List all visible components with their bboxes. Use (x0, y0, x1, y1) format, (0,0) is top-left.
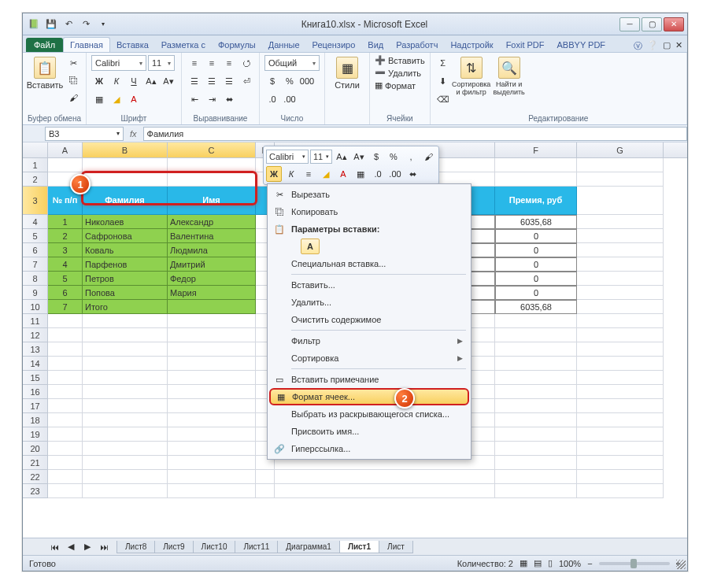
ribbon-minimize-icon[interactable]: ⓥ (634, 40, 642, 52)
context-item[interactable]: Вставить... (269, 276, 469, 294)
row-header[interactable]: 21 (23, 456, 48, 470)
mini-font-combo[interactable]: Calibri▾ (266, 150, 309, 164)
align-center-icon[interactable]: ☰ (204, 73, 220, 89)
context-item[interactable]: ✂Вырезать (269, 186, 469, 203)
number-format-combo[interactable]: Общий▾ (264, 55, 320, 71)
sheet-nav-first-icon[interactable]: ⏮ (46, 539, 62, 555)
cell[interactable] (83, 442, 168, 456)
qat-more-icon[interactable]: ▾ (95, 17, 111, 31)
cell[interactable] (577, 456, 664, 470)
close-button[interactable]: ✕ (664, 17, 684, 31)
row-header[interactable]: 17 (23, 399, 48, 413)
mini-align-icon[interactable]: ≡ (301, 166, 316, 182)
bold-button[interactable]: Ж (91, 73, 107, 89)
row-header[interactable]: 15 (23, 371, 48, 385)
cell[interactable] (577, 328, 664, 342)
col-header-a[interactable]: A (48, 142, 83, 157)
context-item[interactable]: ▭Вставить примечание (269, 371, 469, 388)
font-color-icon[interactable]: A (126, 91, 142, 107)
cell-num[interactable]: 2 (48, 229, 83, 243)
cell[interactable] (495, 371, 577, 385)
cell-num[interactable]: 6 (48, 286, 83, 300)
tab-review[interactable]: Рецензиро (306, 38, 362, 52)
row-header[interactable]: 7 (23, 257, 48, 272)
cell-bonus[interactable]: 0 (495, 257, 577, 272)
cell-bonus[interactable]: 0 (495, 243, 577, 257)
doc-restore-icon[interactable]: ▢ (663, 40, 671, 52)
context-item[interactable]: ▦Формат ячеек... (269, 388, 469, 405)
cell[interactable] (168, 371, 256, 385)
sheet-nav-last-icon[interactable]: ⏭ (96, 539, 112, 555)
cell[interactable] (495, 442, 577, 456)
cell[interactable] (577, 371, 664, 385)
cell[interactable] (83, 342, 168, 357)
cell[interactable] (168, 427, 256, 442)
merge-icon[interactable]: ⬌ (221, 91, 237, 107)
cell[interactable] (495, 456, 577, 470)
cell-lastname[interactable]: Коваль (83, 243, 168, 257)
context-item[interactable]: ⿻Копировать (269, 203, 469, 220)
cut-icon[interactable]: ✂ (65, 55, 81, 71)
sheet-tab[interactable]: Лист (379, 541, 413, 553)
cell[interactable] (495, 357, 577, 371)
cell[interactable] (495, 342, 577, 357)
percent-icon[interactable]: % (282, 73, 298, 89)
align-left-icon[interactable]: ☰ (187, 73, 202, 89)
cell[interactable] (168, 413, 256, 427)
cell[interactable] (168, 172, 256, 187)
sheet-tab[interactable]: Диаграмма1 (277, 541, 340, 553)
row-header[interactable]: 4 (23, 215, 48, 229)
format-painter-icon[interactable]: 🖌 (65, 90, 81, 105)
cell-num[interactable]: 7 (48, 300, 83, 314)
row-header[interactable]: 11 (23, 314, 48, 328)
cell[interactable] (168, 342, 256, 357)
cell-firstname[interactable]: Федор (168, 272, 256, 286)
select-all-corner[interactable] (23, 142, 48, 157)
mini-fontcolor-icon[interactable]: A (335, 166, 351, 182)
cell[interactable] (48, 413, 83, 427)
col-header-b[interactable]: B (83, 142, 168, 157)
cell[interactable] (495, 399, 577, 413)
cell[interactable] (577, 314, 664, 328)
mini-size-combo[interactable]: 11▾ (310, 150, 332, 164)
tab-layout[interactable]: Разметка с (155, 38, 212, 52)
cell[interactable] (83, 371, 168, 385)
cell[interactable] (577, 286, 664, 300)
sheet-tab[interactable]: Лист1 (339, 541, 379, 553)
row-header[interactable]: 20 (23, 442, 48, 456)
cell[interactable] (83, 357, 168, 371)
excel-icon[interactable]: 📗 (26, 17, 42, 31)
cell[interactable] (577, 257, 664, 272)
cell[interactable] (83, 470, 168, 484)
mini-italic-button[interactable]: К (283, 166, 299, 182)
cell[interactable] (83, 413, 168, 427)
cell[interactable] (83, 456, 168, 470)
context-item[interactable]: Удалить... (269, 294, 469, 311)
clear-icon[interactable]: ⌫ (435, 91, 451, 107)
tab-file[interactable]: Файл (26, 38, 63, 52)
increase-decimal-icon[interactable]: .0 (264, 91, 280, 107)
cell-firstname[interactable] (168, 300, 256, 314)
font-grow-icon[interactable]: A▴ (143, 73, 159, 89)
context-item[interactable]: Специальная вставка... (269, 255, 469, 272)
sheet-tab[interactable]: Лист9 (154, 541, 193, 553)
cell-firstname[interactable]: Александр (168, 215, 256, 229)
row-header[interactable]: 1 (23, 158, 48, 172)
cell[interactable] (495, 413, 577, 427)
sheet-tab[interactable]: Лист10 (193, 541, 236, 553)
cell-bonus[interactable]: 6035,68 (495, 300, 577, 314)
cell[interactable] (495, 314, 577, 328)
cell-num[interactable]: 1 (48, 215, 83, 229)
row-header[interactable]: 2 (23, 172, 48, 187)
cell[interactable] (577, 229, 664, 243)
cell[interactable] (577, 385, 664, 399)
paste-button[interactable]: 📋 Вставить (28, 55, 62, 90)
cell[interactable] (83, 158, 168, 172)
indent-decrease-icon[interactable]: ⇤ (187, 91, 202, 107)
underline-button[interactable]: Ч (126, 73, 142, 89)
cell-firstname[interactable]: Мария (168, 286, 256, 300)
cell[interactable] (48, 385, 83, 399)
col-header-c[interactable]: C (168, 142, 256, 157)
th-lastname[interactable]: Фамилия (83, 187, 168, 215)
cell[interactable] (577, 484, 664, 498)
